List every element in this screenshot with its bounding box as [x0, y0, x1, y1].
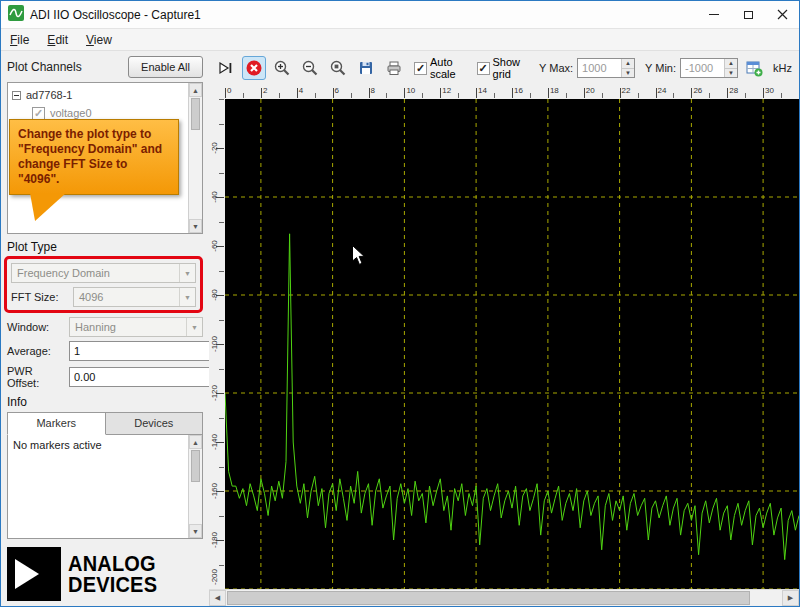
chevron-down-icon: [186, 318, 202, 336]
callout-text: Change the plot type to "Frequency Domai…: [18, 127, 162, 186]
zoom-out-button[interactable]: [298, 56, 322, 80]
window-dropdown[interactable]: Hanning: [69, 317, 203, 337]
x-minor-tick: [781, 93, 782, 98]
y-tick-label: -40: [209, 184, 221, 210]
fft-size-label: FFT Size:: [11, 291, 69, 303]
capture-step-button[interactable]: [214, 56, 238, 80]
scroll-left-icon[interactable]: ◀: [209, 590, 226, 606]
zoom-out-icon: [301, 59, 319, 77]
show-grid-checkbox[interactable]: [477, 62, 490, 75]
scroll-track[interactable]: [226, 590, 782, 606]
y-min-label: Y Min:: [645, 62, 676, 74]
adi-logo-icon: [7, 547, 61, 601]
app-icon: [8, 5, 24, 25]
x-minor-tick: [745, 93, 746, 98]
info-tabs: Markers Devices: [7, 412, 203, 435]
tree-scrollbar[interactable]: ▲ ▼: [188, 83, 202, 233]
app-window: ADI IIO Oscilloscope - Capture1 File Edi…: [0, 0, 800, 607]
fft-trace: [225, 234, 799, 560]
y-min-input[interactable]: [681, 59, 724, 77]
window-label: Window:: [7, 321, 65, 333]
x-tick-label: 8: [371, 86, 375, 95]
scroll-up-icon[interactable]: ▲: [189, 83, 202, 97]
x-tick-label: 30: [765, 86, 774, 95]
menu-file[interactable]: File: [1, 30, 38, 50]
show-grid-group: Show grid: [477, 56, 530, 80]
chevron-down-icon: [179, 264, 195, 282]
x-tick: [763, 88, 764, 98]
red-highlight-box: Frequency Domain FFT Size: 4096: [4, 256, 203, 313]
auto-scale-label: Auto scale: [430, 56, 469, 80]
y-minor-tick: [219, 516, 224, 517]
maximize-button[interactable]: [731, 1, 765, 28]
fft-size-dropdown[interactable]: 4096: [73, 287, 196, 307]
x-tick: [548, 88, 549, 98]
spin-up-icon[interactable]: [622, 59, 634, 69]
print-button[interactable]: [382, 56, 406, 80]
collapse-icon[interactable]: [12, 91, 21, 100]
y-minor-tick: [219, 271, 224, 272]
scroll-down-icon[interactable]: ▼: [189, 524, 202, 538]
x-tick: [476, 88, 477, 98]
x-tick-label: 2: [263, 86, 267, 95]
chevron-down-icon: [179, 288, 195, 306]
plot-type-dropdown[interactable]: Frequency Domain: [11, 263, 196, 283]
close-button[interactable]: [765, 1, 799, 28]
y-minor-tick: [219, 418, 224, 419]
markers-scrollbar[interactable]: ▲ ▼: [188, 435, 202, 538]
y-tick-label: -160: [209, 478, 221, 504]
x-minor-tick: [638, 93, 639, 98]
average-label: Average:: [7, 345, 65, 357]
pwr-offset-input[interactable]: [70, 368, 220, 386]
scroll-right-icon[interactable]: ▶: [782, 590, 799, 606]
tab-markers[interactable]: Markers: [7, 412, 106, 435]
x-minor-tick: [279, 93, 280, 98]
tab-devices[interactable]: Devices: [106, 412, 204, 435]
scroll-down-icon[interactable]: ▼: [189, 219, 202, 233]
scroll-thumb[interactable]: [191, 450, 200, 482]
tree-device-row[interactable]: ad7768-1: [12, 86, 198, 104]
y-max-spinbox[interactable]: [577, 58, 635, 78]
scroll-thumb[interactable]: [227, 591, 750, 605]
logo-line1: ANALOG: [68, 552, 157, 574]
enable-all-button[interactable]: Enable All: [128, 56, 203, 78]
fft-plot-svg[interactable]: [225, 99, 799, 589]
add-plot-icon: [745, 59, 763, 77]
y-tick-label: -60: [209, 233, 221, 259]
spin-up-icon[interactable]: [725, 59, 737, 69]
menu-edit[interactable]: Edit: [38, 30, 77, 50]
spin-down-icon[interactable]: [622, 69, 634, 78]
fft-plot[interactable]: [225, 99, 799, 589]
menu-view[interactable]: View: [77, 30, 121, 50]
x-tick: [440, 88, 441, 98]
window-title: ADI IIO Oscilloscope - Capture1: [30, 8, 697, 22]
y-max-input[interactable]: [578, 59, 621, 77]
instruction-callout: Change the plot type to "Frequency Domai…: [9, 119, 179, 195]
x-minor-tick: [386, 93, 387, 98]
average-input[interactable]: [70, 342, 220, 360]
x-tick-label: 26: [693, 86, 702, 95]
horizontal-scrollbar[interactable]: ◀ ▶: [209, 589, 799, 606]
minimize-button[interactable]: [697, 1, 731, 28]
scroll-up-icon[interactable]: ▲: [189, 435, 202, 449]
auto-scale-checkbox[interactable]: [414, 62, 427, 75]
y-min-spinbox[interactable]: [680, 58, 738, 78]
y-minor-tick: [219, 320, 224, 321]
menu-bar: File Edit View: [1, 29, 799, 51]
new-plot-button[interactable]: [742, 56, 766, 80]
x-minor-tick: [530, 93, 531, 98]
x-tick-label: 14: [478, 86, 487, 95]
x-tick-label: 12: [442, 86, 451, 95]
zoom-in-button[interactable]: [270, 56, 294, 80]
zoom-fit-icon: [329, 59, 347, 77]
scroll-thumb[interactable]: [191, 98, 200, 130]
save-button[interactable]: [354, 56, 378, 80]
stop-capture-button[interactable]: [242, 56, 266, 80]
zoom-fit-button[interactable]: [326, 56, 350, 80]
mouse-cursor: [352, 245, 366, 266]
x-minor-tick: [673, 93, 674, 98]
spin-down-icon[interactable]: [725, 69, 737, 78]
zoom-in-icon: [273, 59, 291, 77]
voltage0-checkbox[interactable]: [32, 107, 45, 120]
x-tick: [620, 88, 621, 98]
